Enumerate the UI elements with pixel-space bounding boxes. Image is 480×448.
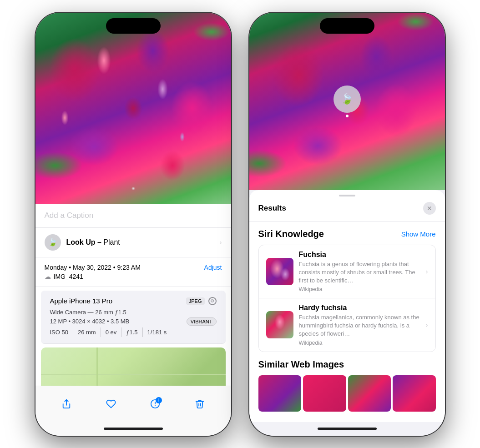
web-thumb-1[interactable]	[258, 375, 302, 412]
web-images-title: Similar Web Images	[258, 359, 344, 370]
results-panel: Results ✕ Siri Knowledge Show More	[249, 190, 445, 422]
home-bar	[104, 428, 163, 430]
specs-row: 12 MP • 3024 × 4032 • 3.5 MB VIBRANT	[50, 317, 217, 326]
caption-placeholder[interactable]: Add a Caption	[45, 211, 94, 220]
toolbar: i	[35, 386, 231, 422]
share-button[interactable]	[61, 399, 71, 409]
fuchsia-thumb-image	[266, 258, 293, 285]
hardy-content: Hardy fuchsia Fuchsia magellanica, commo…	[299, 304, 420, 346]
info-badge: i	[156, 397, 162, 403]
device-row: Apple iPhone 13 Pro JPEG ⚙	[50, 297, 217, 305]
right-home-indicator	[249, 422, 445, 436]
left-phone: Add a Caption 🍃 Look Up – Plant › Monday…	[35, 13, 231, 436]
hardy-thumb	[266, 311, 293, 338]
close-icon: ✕	[427, 205, 432, 212]
siri-knowledge-section: Siri Knowledge Show More Fuchsia Fuchsia…	[249, 221, 445, 352]
lookup-label: Look Up – Plant	[66, 238, 120, 247]
visual-search-dot	[346, 115, 349, 117]
web-images-header: Similar Web Images	[258, 359, 436, 370]
adjust-button[interactable]: Adjust	[204, 264, 222, 271]
device-name: Apple iPhone 13 Pro	[50, 297, 113, 305]
web-thumb-2[interactable]	[303, 375, 346, 412]
delete-button[interactable]	[195, 399, 205, 409]
home-indicator	[35, 422, 231, 436]
right-dynamic-island	[320, 18, 374, 34]
lookup-chevron: ›	[220, 239, 222, 246]
web-images-section: Similar Web Images	[249, 352, 445, 412]
exif-ev: 0 ev	[101, 327, 122, 337]
web-thumb-3[interactable]	[348, 375, 391, 412]
exif-f: ƒ1.5	[121, 327, 142, 337]
exif-iso: ISO 50	[50, 327, 73, 337]
show-more-button[interactable]: Show More	[401, 230, 436, 238]
right-home-bar	[318, 428, 377, 430]
exif-shutter: 1/181 s	[143, 327, 172, 337]
caption-row[interactable]: Add a Caption	[35, 204, 231, 228]
meta-date-row: Monday • May 30, 2022 • 9:23 AM Adjust	[45, 264, 222, 271]
right-photo-area: 🍃	[249, 13, 445, 190]
hardy-name: Hardy fuchsia	[299, 304, 420, 312]
info-button[interactable]: i	[150, 399, 160, 409]
siri-knowledge-title: Siri Knowledge	[258, 229, 324, 239]
specs-text: 12 MP • 3024 × 4032 • 3.5 MB	[50, 318, 130, 325]
fuchsia-source: Wikipedia	[299, 286, 420, 292]
web-thumb-4[interactable]	[393, 375, 436, 412]
right-screen: 🍃 Results ✕ Siri Knowledge Show More	[249, 13, 445, 436]
dynamic-island	[106, 18, 161, 34]
fuchsia-chevron: ›	[426, 268, 428, 275]
camera-row: Wide Camera — 26 mm ƒ1.5	[50, 309, 217, 316]
left-screen: Add a Caption 🍃 Look Up – Plant › Monday…	[35, 13, 231, 436]
favorite-button[interactable]	[106, 399, 116, 409]
fuchsia-desc: Fuchsia is a genus of flowering plants t…	[299, 260, 420, 285]
right-phone: 🍃 Results ✕ Siri Knowledge Show More	[249, 13, 445, 436]
fuchsia-thumb	[266, 258, 293, 285]
results-title: Results	[258, 204, 286, 213]
cloud-icon: ☁	[45, 273, 51, 280]
flower-image	[35, 13, 231, 204]
lookup-icon: 🍃	[45, 234, 61, 251]
web-images-grid	[258, 375, 436, 412]
settings-icon[interactable]: ⚙	[208, 297, 217, 305]
hardy-source: Wikipedia	[299, 340, 420, 346]
info-area: Add a Caption 🍃 Look Up – Plant › Monday…	[35, 204, 231, 386]
lookup-row[interactable]: 🍃 Look Up – Plant ›	[35, 228, 231, 257]
siri-knowledge-header: Siri Knowledge Show More	[258, 229, 436, 239]
results-handle[interactable]	[249, 190, 445, 199]
results-header: Results ✕	[249, 199, 445, 221]
fuchsia-content: Fuchsia Fuchsia is a genus of flowering …	[299, 251, 420, 293]
meta-filename-row: ☁ IMG_4241	[45, 273, 222, 280]
close-button[interactable]: ✕	[423, 202, 436, 215]
knowledge-card: Fuchsia Fuchsia is a genus of flowering …	[258, 245, 436, 352]
knowledge-item-fuchsia[interactable]: Fuchsia Fuchsia is a genus of flowering …	[259, 245, 435, 299]
meta-section: Monday • May 30, 2022 • 9:23 AM Adjust ☁…	[35, 257, 231, 287]
hardy-chevron: ›	[426, 321, 428, 328]
map-area[interactable]	[41, 347, 226, 386]
leaf-icon: 🍃	[48, 238, 57, 247]
photo-area[interactable]	[35, 13, 231, 204]
handle-bar	[339, 195, 355, 196]
device-section: Apple iPhone 13 Pro JPEG ⚙ Wide Camera —…	[41, 291, 226, 344]
knowledge-item-hardy[interactable]: Hardy fuchsia Fuchsia magellanica, commo…	[259, 298, 435, 352]
hardy-thumb-image	[266, 311, 293, 338]
vibrant-badge: VIBRANT	[187, 317, 217, 326]
exif-mm: 26 mm	[73, 327, 101, 337]
visual-search-leaf: 🍃	[341, 93, 353, 105]
badge-group: JPEG ⚙	[186, 297, 217, 305]
jpeg-badge: JPEG	[186, 297, 205, 305]
hardy-desc: Fuchsia magellanica, commonly known as t…	[299, 313, 420, 338]
meta-date: Monday • May 30, 2022 • 9:23 AM	[45, 264, 141, 271]
fuchsia-name: Fuchsia	[299, 251, 420, 259]
visual-search-button[interactable]: 🍃	[333, 86, 361, 113]
exif-row: ISO 50 26 mm 0 ev ƒ1.5 1/181 s	[50, 327, 217, 337]
meta-filename: IMG_4241	[54, 273, 83, 280]
